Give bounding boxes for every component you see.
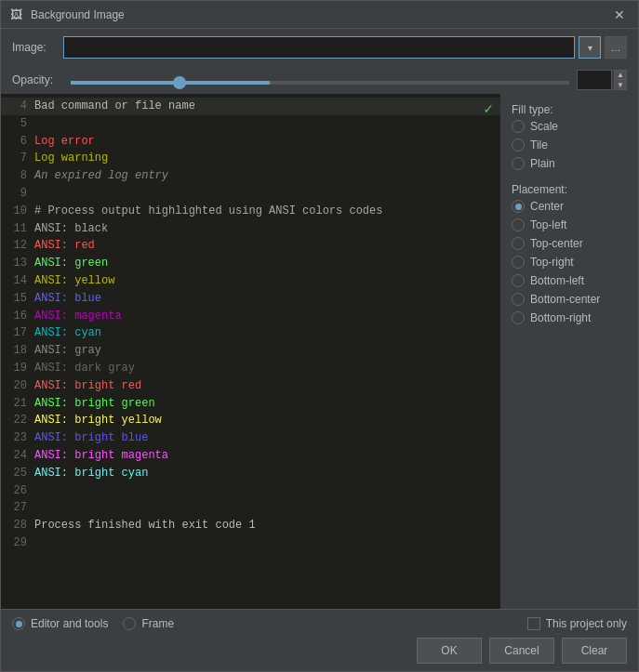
browse-button[interactable]: … <box>605 36 627 59</box>
ok-button[interactable]: OK <box>417 638 482 664</box>
frame-radio[interactable]: Frame <box>123 617 174 630</box>
line-number: 5 <box>5 116 27 132</box>
content-area: 4Bad command or file name5 6Log error7Lo… <box>1 94 638 609</box>
image-dropdown-button[interactable]: ▾ <box>579 36 601 59</box>
line-content <box>34 535 41 551</box>
radio-option-label: Scale <box>530 120 558 133</box>
line-content: # Process output highlighted using ANSI … <box>34 204 382 219</box>
radio-circle-icon <box>512 311 525 324</box>
table-row: 7Log warning <box>1 150 500 167</box>
placement-option[interactable]: Center <box>512 200 627 213</box>
radio-option-label: Tile <box>530 138 548 152</box>
radio-circle-icon <box>512 218 525 231</box>
placement-option[interactable]: Bottom-center <box>512 293 627 306</box>
line-number: 19 <box>5 361 27 376</box>
radio-circle-icon <box>512 138 525 152</box>
line-content: ANSI: bright magenta <box>34 448 168 464</box>
line-number: 9 <box>5 186 27 202</box>
placement-option[interactable]: Bottom-left <box>512 274 627 287</box>
opacity-increment-button[interactable]: ▲ <box>614 70 627 80</box>
line-content: ANSI: bright cyan <box>34 466 148 481</box>
placement-option[interactable]: Top-right <box>512 256 627 269</box>
line-number: 24 <box>5 448 27 464</box>
table-row: 29 <box>1 534 500 552</box>
frame-radio-circle <box>123 617 136 630</box>
radio-circle-icon <box>512 256 525 269</box>
footer-buttons: OK Cancel Clear <box>12 638 627 664</box>
checkmark-icon: ✓ <box>484 99 493 118</box>
line-number: 13 <box>5 256 27 271</box>
line-number: 20 <box>5 378 27 394</box>
table-row: 6Log error <box>1 133 500 151</box>
opacity-row: Opacity: 21 ▲ ▼ <box>1 66 638 94</box>
radio-circle-icon <box>512 120 525 133</box>
table-row: 13ANSI: green <box>1 255 500 272</box>
fill-type-option[interactable]: Plain <box>512 157 627 170</box>
opacity-spinner: 21 ▲ ▼ <box>577 70 627 90</box>
table-row: 10# Process output highlighted using ANS… <box>1 203 500 220</box>
line-content: ANSI: bright blue <box>34 430 148 446</box>
project-only-label: This project only <box>546 617 627 630</box>
table-row: 24ANSI: bright magenta <box>1 447 500 465</box>
opacity-decrement-button[interactable]: ▼ <box>614 80 627 90</box>
line-content <box>34 116 41 132</box>
radio-option-label: Top-left <box>530 218 566 231</box>
line-content: ANSI: green <box>34 256 108 271</box>
line-number: 7 <box>5 151 27 166</box>
close-button[interactable]: ✕ <box>610 6 629 24</box>
right-panel: Fill type: ScaleTilePlain Placement: Cen… <box>500 94 638 609</box>
line-number: 21 <box>5 396 27 412</box>
table-row: 14ANSI: yellow <box>1 272 500 290</box>
line-content: Log error <box>34 134 95 150</box>
line-number: 14 <box>5 273 27 289</box>
placement-option[interactable]: Top-left <box>512 218 627 231</box>
line-content: ANSI: magenta <box>34 309 122 324</box>
table-row: 12ANSI: red <box>1 237 500 255</box>
table-row: 16ANSI: magenta <box>1 308 500 325</box>
line-content <box>34 500 41 516</box>
placement-option[interactable]: Bottom-right <box>512 311 627 324</box>
fill-type-radio-group: ScaleTilePlain <box>512 120 627 170</box>
table-row: 4Bad command or file name <box>1 98 500 115</box>
line-number: 12 <box>5 238 27 254</box>
placement-option[interactable]: Top-center <box>512 237 627 250</box>
line-number: 6 <box>5 134 27 150</box>
line-content: ANSI: yellow <box>34 273 114 289</box>
line-number: 22 <box>5 413 27 428</box>
project-only-checkbox[interactable]: This project only <box>527 617 627 630</box>
footer-top: Editor and tools Frame This project only <box>12 617 627 630</box>
cancel-button[interactable]: Cancel <box>489 638 554 664</box>
opacity-slider[interactable] <box>71 81 569 85</box>
table-row: 20ANSI: bright red <box>1 377 500 395</box>
fill-type-option[interactable]: Tile <box>512 138 627 152</box>
radio-option-label: Center <box>530 200 564 213</box>
title-bar: 🖼 Background Image ✕ <box>1 1 638 29</box>
radio-circle-icon <box>512 237 525 250</box>
image-input[interactable] <box>63 36 575 59</box>
line-content: Process finished with exit code 1 <box>34 518 256 534</box>
line-content: ANSI: cyan <box>34 325 101 341</box>
line-number: 28 <box>5 518 27 534</box>
editor-tools-radio[interactable]: Editor and tools <box>12 617 108 630</box>
editor-tools-radio-circle <box>12 617 25 630</box>
line-content: ANSI: black <box>34 221 108 237</box>
table-row: 15ANSI: blue <box>1 290 500 308</box>
table-row: 8An expired log entry <box>1 167 500 185</box>
radio-option-label: Top-right <box>530 256 574 269</box>
line-number: 23 <box>5 430 27 446</box>
fill-type-option[interactable]: Scale <box>512 120 627 133</box>
line-number: 10 <box>5 204 27 219</box>
table-row: 28Process finished with exit code 1 <box>1 517 500 534</box>
opacity-value[interactable]: 21 <box>577 70 612 90</box>
radio-option-label: Bottom-center <box>530 293 600 306</box>
table-row: 21ANSI: bright green <box>1 395 500 413</box>
code-panel[interactable]: 4Bad command or file name5 6Log error7Lo… <box>1 94 500 609</box>
clear-button[interactable]: Clear <box>562 638 627 664</box>
placement-label: Placement: <box>512 183 627 196</box>
table-row: 9 <box>1 185 500 203</box>
radio-circle-icon <box>512 274 525 287</box>
table-row: 26 <box>1 482 500 500</box>
spinner-buttons: ▲ ▼ <box>614 70 627 90</box>
fill-type-label: Fill type: <box>512 103 627 116</box>
line-number: 8 <box>5 168 27 184</box>
